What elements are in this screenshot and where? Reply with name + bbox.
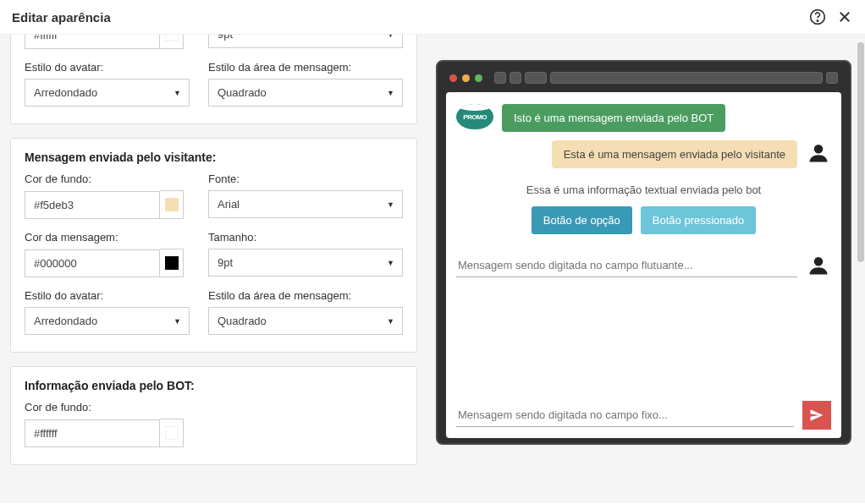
- settings-panel: 9pt Estilo do avatar: Arredondado Estilo…: [0, 35, 427, 503]
- nav-forward-icon: [510, 72, 521, 84]
- section-title: Informação enviada pelo BOT:: [25, 379, 403, 392]
- bot-info-text: Essa é uma informação textual enviada pe…: [456, 184, 831, 196]
- user-avatar-icon: [806, 253, 831, 278]
- traffic-light-min-icon: [462, 74, 470, 82]
- avatar-style-select[interactable]: Arredondado: [25, 307, 190, 335]
- avatar-style-label: Estilo do avatar:: [25, 289, 190, 302]
- avatar-style-select[interactable]: Arredondado: [25, 79, 190, 107]
- option-buttons-row: Botão de opção Botão pressionado: [456, 206, 831, 234]
- msgarea-style-select[interactable]: Quadrado: [208, 307, 403, 335]
- font-select[interactable]: Arial: [208, 190, 403, 218]
- traffic-light-close-icon: [449, 74, 457, 82]
- option-button-pressed[interactable]: Botão pressionado: [641, 206, 756, 234]
- url-bar: [550, 72, 823, 84]
- send-button[interactable]: [802, 401, 831, 430]
- bot-message-bubble: Isto é uma mensagem enviada pelo BOT: [502, 104, 725, 132]
- floating-message-input[interactable]: [456, 254, 797, 277]
- dialog-title: Editar aparência: [12, 10, 111, 25]
- dialog-header: Editar aparência: [0, 0, 865, 35]
- msg-color-input[interactable]: [25, 249, 160, 277]
- bg-color-label: Cor de fundo:: [25, 173, 190, 185]
- size-select[interactable]: 9pt: [208, 35, 403, 48]
- option-button[interactable]: Botão de opção: [532, 206, 632, 234]
- font-label: Fonte:: [208, 173, 403, 185]
- msgarea-style-select[interactable]: Quadrado: [208, 79, 403, 107]
- msgarea-style-label: Estilo da área de mensagem:: [208, 289, 403, 302]
- fixed-input-row: [456, 401, 831, 430]
- bg-color-input[interactable]: [25, 35, 160, 49]
- user-avatar-icon: [806, 140, 831, 166]
- url-end-icon: [826, 72, 838, 84]
- floating-input-row: [456, 253, 831, 278]
- section-visitor-message: Mensagem enviada pelo visitante: Cor de …: [10, 138, 417, 353]
- vertical-scrollbar-thumb[interactable]: [857, 42, 864, 262]
- bg-color-input[interactable]: [25, 419, 160, 447]
- help-icon[interactable]: [809, 8, 826, 25]
- bg-color-swatch[interactable]: [160, 35, 184, 49]
- url-segment: [525, 72, 547, 84]
- close-icon[interactable]: [836, 8, 853, 25]
- chat-preview-body: PROMO Isto é uma mensagem enviada pelo B…: [446, 92, 841, 438]
- fixed-message-input[interactable]: [456, 403, 794, 427]
- svg-point-1: [817, 20, 818, 21]
- preview-browser-frame: PROMO Isto é uma mensagem enviada pelo B…: [436, 60, 851, 445]
- svg-point-2: [814, 145, 824, 154]
- avatar-style-label: Estilo do avatar:: [25, 61, 190, 74]
- msgarea-style-label: Estilo da área de mensagem:: [208, 61, 403, 74]
- bg-color-swatch[interactable]: [160, 190, 184, 219]
- msg-color-label: Cor da mensagem:: [25, 231, 190, 244]
- bot-message-row: PROMO Isto é uma mensagem enviada pelo B…: [456, 104, 831, 132]
- size-select[interactable]: 9pt: [208, 249, 403, 277]
- bot-avatar: PROMO: [456, 104, 493, 129]
- preview-browser-bar: [446, 70, 841, 85]
- section-bot-info: Informação enviada pelo BOT: Cor de fund…: [10, 366, 417, 465]
- visitor-message-row: Esta é uma mensagem enviada pelo visitan…: [456, 140, 831, 168]
- msg-color-swatch[interactable]: [160, 249, 184, 277]
- nav-back-icon: [494, 72, 506, 84]
- bg-color-input[interactable]: [25, 191, 160, 219]
- visitor-message-bubble: Esta é uma mensagem enviada pelo visitan…: [552, 140, 797, 168]
- traffic-light-max-icon: [475, 74, 482, 82]
- size-label: Tamanho:: [208, 231, 403, 244]
- bg-color-swatch[interactable]: [160, 419, 184, 447]
- svg-point-3: [814, 257, 824, 266]
- bg-color-label: Cor de fundo:: [25, 401, 190, 414]
- section-partial-top: 9pt Estilo do avatar: Arredondado Estilo…: [10, 35, 417, 124]
- preview-panel: PROMO Isto é uma mensagem enviada pelo B…: [427, 35, 865, 503]
- section-title: Mensagem enviada pelo visitante:: [25, 151, 403, 164]
